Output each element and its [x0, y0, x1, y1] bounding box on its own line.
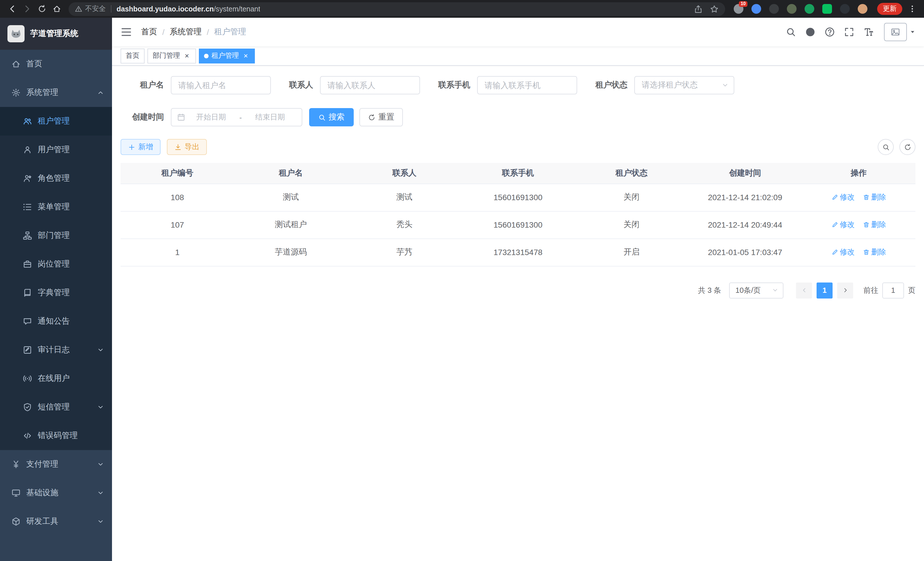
- filter-status: 租户状态 请选择租户状态: [596, 76, 734, 94]
- breadcrumb: 首页/系统管理/租户管理: [141, 27, 246, 37]
- breadcrumb-item[interactable]: 系统管理: [170, 27, 202, 37]
- prev-page-button[interactable]: [796, 282, 812, 298]
- sidebar-item-online-user[interactable]: 在线用户: [0, 364, 112, 393]
- sidebar-item-infra[interactable]: 基础设施: [0, 479, 112, 507]
- chevron-down-icon: [97, 490, 104, 496]
- navbar-right-menu: [786, 23, 915, 41]
- github-icon[interactable]: [805, 27, 815, 37]
- back-icon[interactable]: [4, 2, 20, 16]
- table-head-row: 租户编号租户名联系人联系手机租户状态创建时间操作: [121, 163, 915, 183]
- next-page-button[interactable]: [837, 282, 853, 298]
- security-indicator[interactable]: 不安全: [75, 4, 106, 14]
- help-icon[interactable]: [825, 27, 835, 37]
- delete-link[interactable]: 删除: [862, 247, 886, 257]
- sidebar-item-role[interactable]: 角色管理: [0, 164, 112, 193]
- avatar[interactable]: [884, 23, 907, 41]
- browser-home-icon[interactable]: [49, 2, 64, 16]
- sidebar-item-user[interactable]: 用户管理: [0, 135, 112, 164]
- delete-link[interactable]: 删除: [862, 220, 886, 230]
- edit-link[interactable]: 修改: [831, 220, 855, 230]
- add-button[interactable]: 新增: [121, 139, 160, 155]
- delete-link[interactable]: 删除: [862, 192, 886, 202]
- tab-0[interactable]: 首页: [121, 48, 145, 63]
- filter-form-row-2: 创建时间 开始日期 - 结束日期 搜索 重置: [121, 108, 915, 126]
- edit-link[interactable]: 修改: [831, 192, 855, 202]
- column-header: 租户编号: [121, 163, 234, 183]
- extension-icon[interactable]: [752, 4, 761, 14]
- page-size-select[interactable]: 10条/页: [729, 282, 783, 298]
- sidebar-item-tenant[interactable]: 租户管理: [0, 107, 112, 135]
- cell-name: 芋道源码: [234, 238, 347, 266]
- breadcrumb-item[interactable]: 首页: [141, 27, 157, 37]
- reload-icon[interactable]: [34, 2, 49, 16]
- font-size-icon[interactable]: [863, 27, 874, 37]
- sidebar-item-audit-log[interactable]: 审计日志: [0, 336, 112, 364]
- chevron-down-icon: [97, 347, 104, 353]
- extension-icon[interactable]: [822, 4, 832, 14]
- tab-2[interactable]: 租户管理×: [199, 48, 255, 63]
- refresh-table-button[interactable]: [899, 139, 915, 155]
- browser-menu-kebab-icon[interactable]: [904, 2, 920, 16]
- cell-status: 关闭: [575, 183, 688, 211]
- profile-avatar-icon[interactable]: [858, 4, 867, 14]
- sidebar-item-error-code[interactable]: 错误码管理: [0, 421, 112, 450]
- delete-icon: [862, 249, 869, 256]
- export-button[interactable]: 导出: [167, 139, 207, 155]
- tab-1[interactable]: 部门管理×: [147, 48, 196, 63]
- update-button[interactable]: 更新: [877, 3, 902, 15]
- phone-input[interactable]: [477, 76, 577, 94]
- tenant-name-input[interactable]: [171, 76, 271, 94]
- refresh-icon: [904, 143, 911, 151]
- table-row: 1芋道源码芋艿17321315478开启2021-01-05 17:03:47修…: [121, 238, 915, 266]
- extension-icon[interactable]: [787, 4, 796, 14]
- gear-icon: [11, 88, 21, 97]
- page-number-1[interactable]: 1: [817, 282, 832, 298]
- column-header: 操作: [802, 163, 915, 183]
- extension-icon[interactable]: 10: [734, 4, 743, 14]
- sidebar-item-pay[interactable]: 支付管理: [0, 450, 112, 479]
- edit-link[interactable]: 修改: [831, 247, 855, 257]
- create-time-range-picker[interactable]: 开始日期 - 结束日期: [171, 108, 302, 126]
- extension-icon[interactable]: [769, 4, 779, 14]
- share-icon[interactable]: [694, 4, 703, 14]
- filter-create-time: 创建时间 开始日期 - 结束日期: [121, 108, 302, 126]
- reset-button[interactable]: 重置: [359, 108, 403, 126]
- contact-input[interactable]: [320, 76, 420, 94]
- sidebar-item-home[interactable]: 首页: [0, 50, 112, 78]
- sidebar-item-label: 研发工具: [26, 516, 97, 527]
- download-icon: [174, 143, 182, 151]
- tenant-status-select[interactable]: 请选择租户状态: [634, 76, 734, 94]
- close-icon[interactable]: ×: [183, 52, 191, 60]
- extension-icon[interactable]: [805, 4, 814, 14]
- url-path: /system/tenant: [214, 5, 260, 13]
- app-title: 芋道管理系统: [30, 29, 78, 39]
- forward-icon[interactable]: [20, 2, 34, 16]
- filter-tenant-name: 租户名: [121, 76, 271, 94]
- sidebar-item-sms[interactable]: 短信管理: [0, 393, 112, 421]
- search-icon[interactable]: [786, 27, 796, 37]
- bookmark-star-icon[interactable]: [710, 4, 719, 14]
- sidebar-item-notice[interactable]: 通知公告: [0, 307, 112, 336]
- plus-icon: [128, 143, 135, 151]
- close-icon[interactable]: ×: [242, 52, 250, 60]
- fullscreen-icon[interactable]: [844, 27, 854, 37]
- extension-icon[interactable]: [840, 4, 850, 14]
- filter-form-row-1: 租户名 联系人 联系手机 租户状态 请选择租户状态: [121, 76, 915, 94]
- sidebar-toggle-hamburger-icon[interactable]: [121, 26, 132, 38]
- sidebar-item-dict[interactable]: 字典管理: [0, 278, 112, 307]
- tool-icon: [11, 517, 21, 526]
- goto-page-input[interactable]: [882, 282, 904, 298]
- filter-phone: 联系手机: [438, 76, 577, 94]
- search-button[interactable]: 搜索: [309, 108, 354, 126]
- sidebar-item-label: 菜单管理: [38, 202, 104, 212]
- sidebar-menu: 首页系统管理租户管理用户管理角色管理菜单管理部门管理岗位管理字典管理通知公告审计…: [0, 50, 112, 561]
- sidebar-item-devtool[interactable]: 研发工具: [0, 507, 112, 536]
- sidebar-item-system[interactable]: 系统管理: [0, 78, 112, 107]
- sidebar-item-menu[interactable]: 菜单管理: [0, 193, 112, 221]
- toggle-search-button[interactable]: [878, 139, 894, 155]
- sidebar-item-dept[interactable]: 部门管理: [0, 221, 112, 250]
- sidebar-item-post[interactable]: 岗位管理: [0, 250, 112, 278]
- pagination-goto: 前往 页: [863, 282, 915, 298]
- user-menu[interactable]: [884, 23, 915, 41]
- address-bar[interactable]: 不安全 dashboard.yudao.iocoder.cn/system/te…: [69, 2, 725, 16]
